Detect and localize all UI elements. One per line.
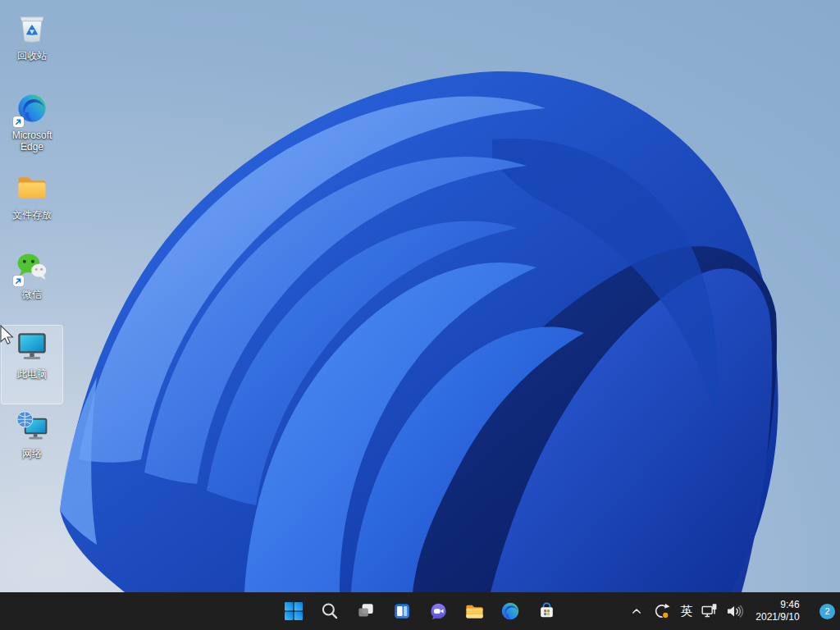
desktop-icon-label: 文件存放 (12, 209, 52, 221)
search-icon (319, 600, 340, 622)
network-volume-button[interactable] (699, 595, 745, 628)
clock[interactable]: 9:46 2021/9/10 (745, 595, 814, 628)
wechat-icon (12, 248, 52, 287)
task-view-button[interactable] (349, 595, 382, 628)
task-view-icon (355, 600, 377, 622)
windows-bloom-wallpaper (0, 0, 840, 592)
desktop-icon-recycle-bin[interactable]: 回收站 (1, 7, 63, 86)
widgets-icon (391, 600, 413, 622)
ethernet-icon (700, 601, 719, 621)
desktop-icon-network[interactable]: 网络 (1, 404, 63, 484)
start-button[interactable] (277, 595, 310, 628)
windows-logo-icon (284, 601, 304, 621)
shortcut-arrow-icon (13, 116, 24, 127)
chat-camera-icon (427, 600, 450, 623)
clock-time: 9:46 (756, 599, 799, 611)
desktop-wallpaper: 回收站 Microsoft Edge (0, 0, 840, 592)
desktop-icon-label: 此电脑 (17, 368, 47, 380)
folder-icon (12, 168, 52, 208)
desktop-icon-label: 回收站 (17, 50, 47, 62)
taskbar: 英 9:46 2021/9/10 2 (0, 592, 840, 630)
edge-button[interactable] (494, 595, 527, 628)
edge-icon (12, 89, 52, 128)
chevron-up-icon (628, 603, 645, 619)
taskbar-center-buttons (277, 592, 563, 630)
network-icon (12, 407, 52, 446)
this-pc-icon (12, 327, 52, 367)
folder-icon (463, 600, 486, 623)
arrow-cursor (0, 325, 15, 346)
update-pending-icon (651, 601, 671, 621)
desktop-icon-grid: 回收站 Microsoft Edge (1, 7, 63, 484)
ime-label: 英 (681, 604, 693, 619)
chat-button[interactable] (422, 595, 454, 628)
clock-date: 2021/9/10 (756, 611, 799, 623)
widgets-button[interactable] (386, 595, 418, 628)
system-tray: 英 9:46 2021/9/10 2 (625, 592, 835, 630)
shortcut-arrow-icon (13, 276, 24, 286)
microsoft-store-button[interactable] (530, 595, 563, 628)
update-status-button[interactable] (648, 595, 674, 628)
notification-badge[interactable]: 2 (819, 604, 835, 619)
hidden-icons-button[interactable] (625, 595, 648, 628)
ime-language-button[interactable]: 英 (674, 595, 699, 628)
desktop-icon-label: Microsoft Edge (2, 130, 62, 153)
desktop-icon-label: 微信 (22, 289, 42, 300)
edge-icon (500, 600, 521, 622)
recycle-bin-icon (12, 9, 52, 48)
desktop-icon-label: 网络 (22, 448, 42, 459)
search-button[interactable] (313, 595, 346, 628)
desktop-icon-edge[interactable]: Microsoft Edge (1, 86, 63, 166)
desktop-icon-folder[interactable]: 文件存放 (1, 166, 63, 245)
desktop-icon-wechat[interactable]: 微信 (1, 245, 63, 325)
store-bag-icon (536, 600, 558, 623)
speaker-icon (724, 601, 744, 621)
file-explorer-button[interactable] (458, 595, 491, 628)
